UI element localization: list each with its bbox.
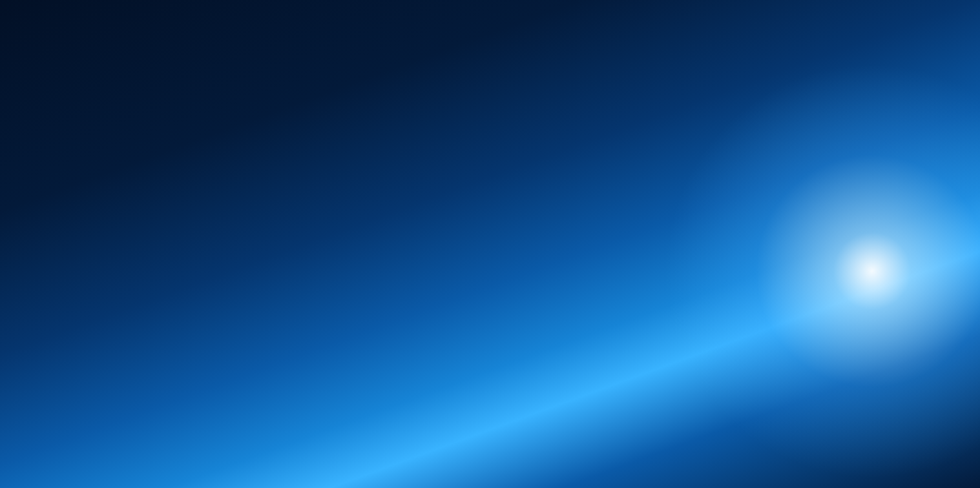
desktop-icon[interactable]: Sckeditor [182, 0, 243, 30]
desktop[interactable]: 此电脑回收站郑润林SckeditorSckeditor_4...css基本功do… [0, 0, 980, 488]
desktop-icon[interactable]: 郑润林 [121, 0, 182, 30]
desktop-icon[interactable]: 笔记 [547, 0, 607, 30]
desktop-icon[interactable]: css基本功 [304, 0, 364, 30]
desktop-icon[interactable]: JS保存 [486, 0, 547, 30]
desktop-icon-grid: 此电脑回收站郑润林SckeditorSckeditor_4...css基本功do… [0, 0, 980, 30]
desktop-icon[interactable]: 新建文件夹 (3) [729, 0, 789, 30]
desktop-icon[interactable]: summern... [972, 0, 980, 30]
desktop-icon[interactable]: Sckeditor_4... [243, 0, 304, 30]
desktop-icon[interactable]: 移动端触摸事件 [789, 0, 850, 30]
desktop-icon[interactable]: 穿越神器 [607, 0, 668, 30]
desktop-icon[interactable]: lazyload.... [850, 0, 911, 30]
desktop-icon[interactable]: Hammerj... [425, 0, 486, 30]
desktop-icon[interactable]: 新建文件夹 (2) [668, 0, 729, 30]
desktop-icon[interactable]: preview.ht... [911, 0, 972, 30]
desktop-icon[interactable]: download [364, 0, 425, 30]
desktop-icon[interactable]: 回收站 [61, 0, 121, 30]
desktop-icon[interactable]: 此电脑 [0, 0, 61, 30]
